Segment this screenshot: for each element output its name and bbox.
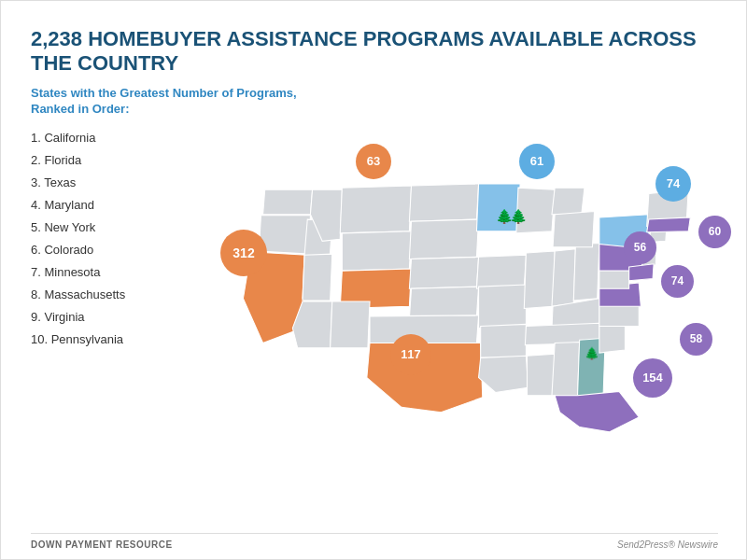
svg-marker-7 <box>303 254 332 301</box>
svg-marker-14 <box>409 287 478 318</box>
bubble-minnesota: 61 <box>519 144 555 179</box>
svg-marker-13 <box>409 257 478 288</box>
us-map: 🌲 🌲 🌲 <box>204 127 718 529</box>
footer-left: DOWN PAYMENT RESOURCE <box>31 539 173 550</box>
list-item: 4. Maryland <box>31 194 194 217</box>
bubble-texas: 117 <box>390 334 431 375</box>
bubble-massachusetts: 60 <box>698 216 731 248</box>
list-item: 2. Florida <box>31 149 194 172</box>
bubble-montana: 63 <box>356 144 391 179</box>
left-panel: 1. California2. Florida3. Texas4. Maryla… <box>31 127 204 529</box>
svg-marker-26 <box>573 243 599 300</box>
svg-marker-0 <box>263 189 313 214</box>
list-item: 5. New York <box>31 217 194 239</box>
page-container: 2,238 HOMEBUYER ASSISTANCE PROGRAMS AVAI… <box>1 1 747 560</box>
svg-marker-5 <box>340 186 411 233</box>
svg-marker-6 <box>342 231 411 271</box>
bubble-virginia: 56 <box>624 231 656 264</box>
svg-marker-18 <box>476 255 526 288</box>
list-item: 6. Colorado <box>31 239 194 261</box>
svg-marker-41 <box>629 264 654 281</box>
svg-marker-20 <box>481 324 527 357</box>
svg-marker-34 <box>599 323 626 353</box>
list-item: 10. Pennsylvania <box>31 329 194 351</box>
svg-marker-12 <box>409 219 478 259</box>
subtitle1: States with the Greatest Number of Progr… <box>31 86 718 100</box>
bubble-maryland: 74 <box>661 265 694 298</box>
bubble-newyork: 74 <box>655 166 691 202</box>
svg-marker-30 <box>527 354 555 396</box>
footer-right: Send2Press® Newswire <box>617 539 718 550</box>
map-area: 🌲 🌲 🌲 312 117 63 61 74 <box>204 127 718 529</box>
subtitle2: Ranked in Order: <box>31 102 718 116</box>
svg-marker-44 <box>647 217 691 232</box>
svg-marker-31 <box>552 342 580 395</box>
bubble-california: 312 <box>220 230 267 276</box>
tree-icon-mn2: 🌲 <box>510 208 528 225</box>
list-item: 1. California <box>31 127 194 149</box>
svg-marker-25 <box>552 249 575 306</box>
list-item: 8. Massachusetts <box>31 284 194 306</box>
svg-marker-21 <box>479 356 529 392</box>
svg-marker-23 <box>552 188 585 215</box>
svg-marker-19 <box>479 285 527 329</box>
svg-marker-11 <box>409 184 478 221</box>
list-item: 3. Texas <box>31 172 194 194</box>
svg-marker-33 <box>555 391 639 431</box>
svg-marker-24 <box>524 251 555 308</box>
bubble-florida: 154 <box>633 358 672 398</box>
svg-marker-27 <box>553 211 595 246</box>
footer: DOWN PAYMENT RESOURCE Send2Press® Newswi… <box>31 533 718 550</box>
ranked-list: 1. California2. Florida3. Texas4. Maryla… <box>31 127 194 351</box>
main-content: 1. California2. Florida3. Texas4. Maryla… <box>31 127 718 529</box>
svg-marker-10 <box>331 301 370 348</box>
list-item: 7. Minnesota <box>31 261 194 284</box>
list-item: 9. Virginia <box>31 306 194 329</box>
bubble-georgia: 58 <box>680 323 712 356</box>
page-title: 2,238 HOMEBUYER ASSISTANCE PROGRAMS AVAI… <box>31 27 718 77</box>
tree-icon-va: 🌲 <box>585 346 599 361</box>
